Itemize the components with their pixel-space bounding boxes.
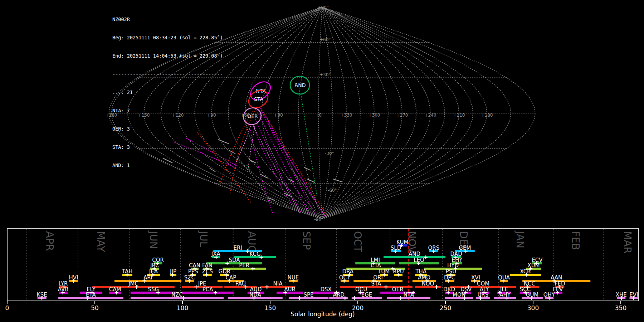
lon-label: +0 [315,113,322,118]
month-label-SEP: SEP [301,231,312,250]
shower-label-PCA: PCA [203,286,214,293]
shower-label-XUM: XUM [527,262,540,269]
stage: +180+150+120+90+60+30+0+330+300+270+240+… [0,0,644,322]
shower-label-DRA: DRA [342,268,353,275]
lon-label: +270 [396,113,408,118]
lat-label: +60° [319,37,331,42]
sporadic-meteor [307,179,315,182]
shower-label-GDR: GDR [219,268,231,275]
x-tick-label-300: 300 [527,304,539,312]
count-sta: STA: 3 [112,144,223,150]
meteor-trail [291,169,324,214]
sporadic-meteor [268,197,275,200]
shower-label-NIA: NIA [273,280,283,287]
lon-label: +330 [341,113,352,118]
activity-chart: APRMAYJUNJULAUGSEPOCTNOVDECJANFEBMARKUME… [5,228,638,312]
shower-label-XCB: XCB [520,268,531,275]
shower-label-QUA: QUA [498,274,510,281]
shower-label-DAD: DAD [450,251,462,257]
shower-label-ORI: ORI [373,274,383,281]
month-label-MAR: MAR [621,231,633,254]
x-tick-label-50: 50 [91,304,99,312]
x-tick-label-250: 250 [440,304,451,312]
sporadic-meteor [333,179,342,182]
shower-label-NDA: NDA [249,292,262,298]
shower-label-ZCS: ZCS [202,268,213,275]
x-tick-label-100: 100 [177,304,188,312]
meteor-trail [301,94,317,196]
shower-label-EGE: EGE [361,292,372,298]
month-label-JAN: JAN [514,230,526,248]
shower-label-SPE: SPE [304,292,314,298]
radiant-label-AND: AND [295,82,306,88]
shower-label-CAM: CAM [109,286,121,293]
shower-label-NZC: NZC [171,292,183,298]
shower-label-NOO: NOO [422,280,434,287]
lon-label: +30 [274,113,283,118]
radiant-label-STA: STA [254,96,263,102]
station-id: NZ002R [112,16,223,23]
meteor-trail [238,158,270,200]
shower-label-SLD: SLD [391,245,401,251]
count-and: AND: 1 [112,162,223,169]
shower-label-DSX: DSX [320,286,331,293]
count-oer: OER: 3 [112,126,223,132]
count-nta: NTA: 7 [112,108,223,114]
begin-time: Beg: 20251111 08:34:23 (sol = 228.85°) [112,35,223,41]
end-time: End: 20251111 14:04:53 (sol = 229.08°) [112,53,223,59]
lat-label: +90° [317,5,328,10]
month-label-APR: APR [44,231,55,251]
shower-label-SSG: SSG [148,286,159,293]
radiant-label-OER: OER [247,113,258,119]
shower-label-AHY: AHY [499,292,511,298]
lat-label: -90° [314,217,323,222]
shower-label-MON: MON [453,292,465,298]
shower-label-STA: STA [371,280,382,287]
shower-label-AAN: AAN [551,274,562,281]
month-label-FEB: FEB [570,231,581,250]
lon-label: +210 [453,113,465,118]
shower-label-ERI: ERI [233,245,242,251]
lat-label: -60° [328,188,337,193]
shower-label-GUM: GUM [526,292,539,298]
shower-label-JEA: JEA [149,268,158,275]
shower-label-ARI: ARI [143,274,152,281]
lat-label: +30° [319,72,331,77]
shower-label-URS: URS [477,292,488,298]
month-label-JUN: JUN [147,230,159,249]
observation-info: NZ002R Beg: 20251111 08:34:23 (sol = 228… [112,4,223,181]
lat-label: -30° [325,151,334,156]
month-label-MAY: MAY [95,231,107,252]
shower-label-NTA: NTA [404,292,414,298]
sporadic-meteor [304,167,311,170]
shower-label-GEM: GEM [459,245,471,251]
sporadic-meteor [260,174,268,178]
radiant-map-screen: { "header": { "lines": [ "NZ002R", "Beg:… [0,0,644,322]
x-tick-label-0: 0 [5,304,9,312]
shower-label-KCG: KCG [250,251,261,257]
shower-label-AMO: AMO [418,274,430,281]
shower-label-OCT: OCT [339,274,351,281]
shower-label-AUR: AUR [284,286,296,293]
shower-label-CAP: CAP [226,274,236,281]
shower-label-XVI: XVI [471,274,480,281]
shower-label-CTA: CTA [371,262,381,269]
count-sporadic: ...: 21 [112,89,223,96]
month-label-JUL: JUL [197,230,209,247]
plot-canvas: +180+150+120+90+60+30+0+330+300+270+240+… [0,0,644,322]
x-axis-title: Solar longitude (deg) [291,311,355,318]
shower-label-PAU: PAU [235,280,246,287]
separator: -------------------------------------- [112,71,223,77]
shower-label-HYD: HYD [447,262,459,269]
shower-label-FAN: FAN [202,262,213,269]
shower-label-ARD: ARD [333,292,344,298]
lon-label: +180 [481,113,493,118]
month-label-OCT: OCT [352,231,364,253]
shower-label-AND: AND [409,251,420,257]
shower-label-DPC: DPC [444,274,455,281]
shower-label-PPS: PPS [188,268,198,275]
lon-label: +240 [425,113,436,118]
shower-label-OER: OER [392,286,404,293]
x-tick-label-150: 150 [264,304,276,312]
meteor-trail [230,107,257,193]
